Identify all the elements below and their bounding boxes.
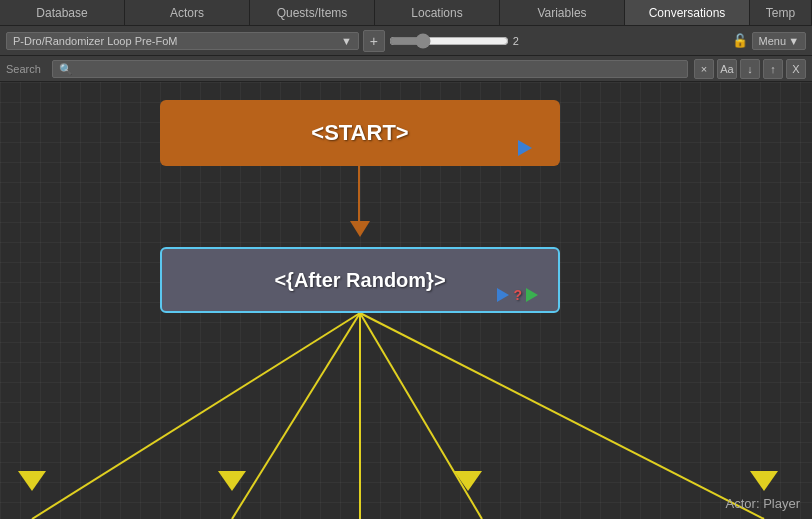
toolbar: P-Dro/Randomizer Loop Pre-FoM ▼ + 2 🔓 Me…: [0, 26, 812, 56]
tab-temp[interactable]: Temp: [750, 0, 812, 25]
conversation-dropdown[interactable]: P-Dro/Randomizer Loop Pre-FoM ▼: [6, 32, 359, 50]
chevron-down-icon: ▼: [341, 35, 352, 47]
tab-variables[interactable]: Variables: [500, 0, 625, 25]
search-bar: Search × Aa ↓ ↑ X: [0, 56, 812, 82]
blue-play-icon: [497, 288, 509, 302]
zoom-value: 2: [513, 35, 527, 47]
menu-chevron-icon: ▼: [788, 35, 799, 47]
start-to-random-connector: [358, 166, 362, 246]
zoom-slider[interactable]: [389, 33, 509, 49]
tab-database[interactable]: Database: [0, 0, 125, 25]
zoom-slider-container: 2: [389, 33, 728, 49]
svg-line-1: [232, 313, 360, 519]
close-search-button[interactable]: ×: [694, 59, 714, 79]
search-input[interactable]: [52, 60, 688, 78]
actor-label: Actor: Player: [726, 496, 800, 511]
search-up-button[interactable]: ↑: [763, 59, 783, 79]
case-sensitive-button[interactable]: Aa: [717, 59, 737, 79]
tab-quests-items[interactable]: Quests/Items: [250, 0, 375, 25]
lock-icon[interactable]: 🔓: [732, 33, 748, 48]
red-question-icon: ?: [513, 287, 522, 303]
search-down-button[interactable]: ↓: [740, 59, 760, 79]
tab-conversations[interactable]: Conversations: [625, 0, 750, 25]
yellow-arrow-1: [18, 471, 46, 491]
start-node[interactable]: <START>: [160, 100, 560, 166]
canvas: <START> <{After Random}> ? Actor: Player: [0, 82, 812, 519]
tab-actors[interactable]: Actors: [125, 0, 250, 25]
search-label: Search: [6, 63, 46, 75]
node-action-icons: ?: [497, 287, 538, 303]
svg-line-4: [360, 313, 764, 519]
yellow-arrow-4: [750, 471, 778, 491]
tab-bar: Database Actors Quests/Items Locations V…: [0, 0, 812, 26]
tab-locations[interactable]: Locations: [375, 0, 500, 25]
svg-line-0: [32, 313, 360, 519]
start-play-icon: [518, 140, 532, 156]
menu-button[interactable]: Menu ▼: [752, 32, 806, 50]
search-actions: × Aa ↓ ↑ X: [694, 59, 806, 79]
green-play-icon: [526, 288, 538, 302]
yellow-arrow-2: [218, 471, 246, 491]
yellow-arrow-3: [454, 471, 482, 491]
after-random-node[interactable]: <{After Random}> ?: [160, 247, 560, 313]
add-button[interactable]: +: [363, 30, 385, 52]
clear-search-button[interactable]: X: [786, 59, 806, 79]
